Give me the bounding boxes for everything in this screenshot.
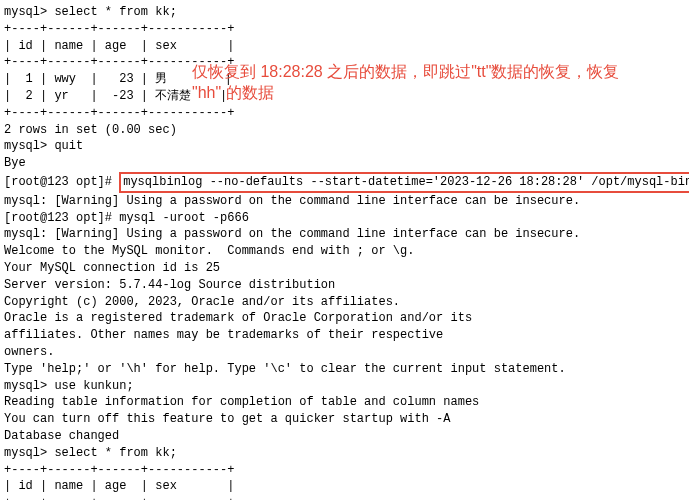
- shell-prompt: [root@123 opt]# mysqlbinlog --no-default…: [4, 172, 689, 193]
- sql-select: mysql> select * from kk;: [4, 445, 689, 462]
- annotation-line2: "hh" 的数据: [192, 83, 682, 104]
- db-changed: Database changed: [4, 428, 689, 445]
- connection-id: Your MySQL connection id is 25: [4, 260, 689, 277]
- trademark: Oracle is a registered trademark of Orac…: [4, 310, 689, 327]
- table-border: +----+------+------+-----------+: [4, 462, 689, 479]
- startup-hint: You can turn off this feature to get a q…: [4, 411, 689, 428]
- highlighted-command: mysqlbinlog --no-defaults --start-dateti…: [119, 172, 689, 193]
- table-border: +----+------+------+-----------+: [4, 21, 689, 38]
- copyright: Copyright (c) 2000, 2023, Oracle and/or …: [4, 294, 689, 311]
- help-hint: Type 'help;' or '\h' for help. Type '\c'…: [4, 361, 689, 378]
- trademark: owners.: [4, 344, 689, 361]
- warning: mysql: [Warning] Using a password on the…: [4, 193, 689, 210]
- table-border: +----+------+------+-----------+: [4, 105, 689, 122]
- server-version: Server version: 5.7.44-log Source distri…: [4, 277, 689, 294]
- welcome: Welcome to the MySQL monitor. Commands e…: [4, 243, 689, 260]
- table-header: | id | name | age | sex |: [4, 38, 689, 55]
- table-border: +----+------+------+-----------+: [4, 495, 689, 500]
- annotation-text: 仅恢复到 18:28:28 之后的数据，即跳过"tt"数据的恢复，恢复 "hh"…: [192, 62, 682, 104]
- sql-quit: mysql> quit: [4, 138, 689, 155]
- sql-prompt: mysql> select * from kk;: [4, 4, 689, 21]
- reading-tables: Reading table information for completion…: [4, 394, 689, 411]
- bye: Bye: [4, 155, 689, 172]
- table-header: | id | name | age | sex |: [4, 478, 689, 495]
- trademark: affiliates. Other names may be trademark…: [4, 327, 689, 344]
- shell-command: [root@123 opt]# mysql -uroot -p666: [4, 210, 689, 227]
- warning: mysql: [Warning] Using a password on the…: [4, 226, 689, 243]
- result-count: 2 rows in set (0.00 sec): [4, 122, 689, 139]
- annotation-line1: 仅恢复到 18:28:28 之后的数据，即跳过"tt"数据的恢复，恢复: [192, 62, 682, 83]
- use-db: mysql> use kunkun;: [4, 378, 689, 395]
